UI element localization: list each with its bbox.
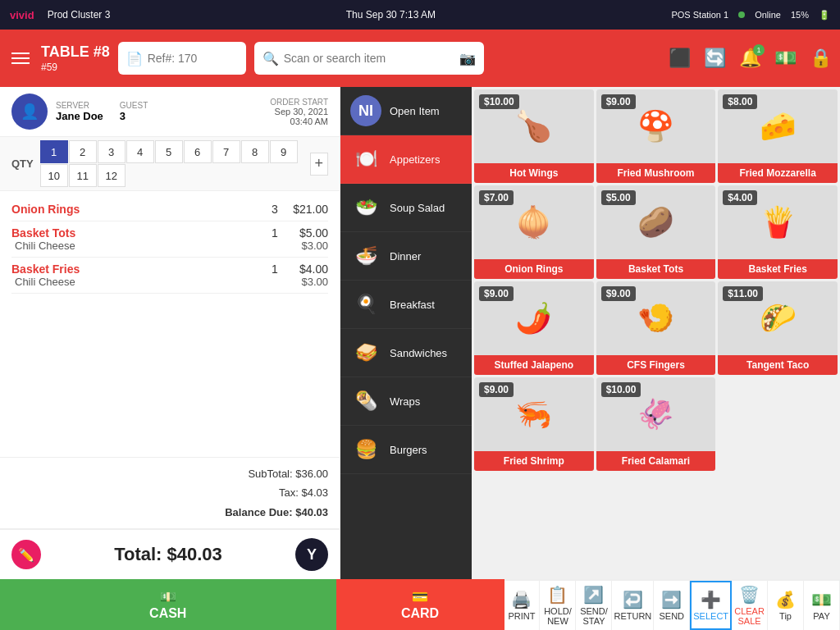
select-icon: ➕ (701, 590, 721, 609)
search-icon: 🔍 (262, 51, 279, 66)
qty-6[interactable]: 6 (184, 140, 212, 163)
cat-icon-wraps: 🌯 (350, 386, 381, 417)
pay-label: PAY (813, 611, 829, 621)
item-label: Basket Fries (718, 259, 838, 279)
menu-item-fried-mushroom[interactable]: 🍄 $9.00 Fried Mushroom (596, 89, 716, 183)
item-label: CFS Fingers (596, 355, 716, 375)
category-appetizers[interactable]: 🍽️ Appetizers (340, 135, 472, 184)
item-label: Fried Mushroom (596, 163, 716, 183)
select-label: SELECT (693, 611, 728, 621)
menu-item-fried-shrimp[interactable]: 🦐 $9.00 Fried Shrimp (474, 377, 594, 471)
category-open_item[interactable]: NI Open Item (340, 87, 472, 135)
menu-item-basket-fries[interactable]: 🍟 $4.00 Basket Fries (718, 185, 838, 279)
order-date: ORDER START Sep 30, 2021 03:40 AM (270, 98, 328, 126)
order-row[interactable]: Onion Rings 3 $21.00 (11, 198, 328, 221)
item-price-badge: $4.00 (723, 190, 757, 205)
camera-icon[interactable]: 📷 (459, 51, 476, 66)
menu-item-stuffed-jalapeno[interactable]: 🌶️ $9.00 Stuffed Jalapeno (474, 281, 594, 375)
qty-1[interactable]: 1 (40, 140, 68, 163)
clear_sale-button[interactable]: 🗑️ CLEAR SALE (732, 581, 768, 630)
category-soup_salad[interactable]: 🥗 Soup Salad (340, 184, 472, 232)
battery-icon: 🔋 (819, 10, 830, 21)
cat-label: Soup Salad (390, 202, 445, 214)
send-icon: ➡️ (661, 590, 682, 609)
menu-item-basket-tots[interactable]: 🥔 $5.00 Basket Tots (596, 185, 716, 279)
qty-3[interactable]: 3 (98, 140, 126, 163)
menu-item-fried-calamari[interactable]: 🦑 $10.00 Fried Calamari (596, 377, 716, 471)
layers-icon[interactable]: ⬛ (669, 48, 691, 69)
pay-button[interactable]: 💵 PAY (804, 581, 840, 630)
datetime: Thu Sep 30 7:13 AM (346, 9, 436, 21)
cash-icon[interactable]: 💵 (774, 48, 797, 69)
search-input[interactable] (284, 52, 454, 65)
item-label: Onion Rings (474, 259, 594, 279)
modifier-price: $3.00 (287, 240, 328, 252)
menu-item-hot-wings[interactable]: 🍗 $10.00 Hot Wings (474, 89, 594, 183)
category-panel: NI Open Item 🍽️ Appetizers 🥗 Soup Salad … (340, 87, 472, 579)
ref-icon: 📄 (126, 51, 143, 66)
refresh-icon[interactable]: 🔄 (704, 48, 726, 69)
cat-icon-burgers: 🍔 (350, 434, 381, 465)
category-sandwiches[interactable]: 🥪 Sandwiches (340, 329, 472, 377)
pos-station: POS Station 1 (671, 10, 728, 20)
cat-label: Wraps (390, 395, 420, 408)
order-row[interactable]: Basket Fries 1 $4.00 Chili Cheese $3.00 (11, 258, 328, 294)
battery-level: 15% (791, 10, 809, 20)
ref-input[interactable] (148, 52, 238, 65)
edit-button[interactable]: ✏️ (11, 540, 41, 569)
clear_sale-label: CLEAR SALE (733, 606, 765, 626)
qty-9[interactable]: 9 (270, 140, 298, 163)
qty-12[interactable]: 12 (98, 164, 126, 187)
order-row[interactable]: Basket Tots 1 $5.00 Chili Cheese $3.00 (11, 221, 328, 258)
item-price: $21.00 (287, 203, 328, 216)
item-label: Basket Tots (596, 259, 716, 279)
cat-label: Open Item (390, 105, 440, 117)
category-dinner[interactable]: 🍜 Dinner (340, 232, 472, 281)
search-bar[interactable]: 🔍 📷 (254, 42, 484, 75)
y-button[interactable]: Y (295, 538, 328, 571)
item-price-badge: $10.00 (479, 94, 519, 109)
menu-item-cfs-fingers[interactable]: 🍤 $9.00 CFS Fingers (596, 281, 716, 375)
qty-10[interactable]: 10 (40, 164, 68, 187)
qty-plus-button[interactable]: + (310, 153, 328, 176)
server-label: SERVER (56, 101, 103, 110)
hold_new-button[interactable]: 📋 HOLD/ NEW (540, 581, 576, 630)
item-label: Stuffed Jalapeno (474, 355, 594, 375)
category-burgers[interactable]: 🍔 Burgers (340, 426, 472, 474)
lock-icon[interactable]: 🔒 (810, 48, 832, 69)
send_stay-icon: ↗️ (583, 585, 604, 605)
qty-8[interactable]: 8 (241, 140, 269, 163)
qty-5[interactable]: 5 (155, 140, 183, 163)
top-bar: vivid Prod Cluster 3 Thu Sep 30 7:13 AM … (0, 0, 840, 30)
bell-icon[interactable]: 🔔1 (739, 48, 761, 69)
qty-2[interactable]: 2 (69, 140, 97, 163)
item-qty: 1 (262, 226, 287, 240)
card-button[interactable]: 💳 CARD (336, 579, 504, 630)
brand-logo: vivid (10, 9, 34, 21)
menu-item-onion-rings[interactable]: 🧅 $7.00 Onion Rings (474, 185, 594, 279)
card-icon: 💳 (412, 589, 428, 605)
menu-button[interactable] (8, 49, 33, 67)
send-label: SEND (660, 611, 685, 621)
return-button[interactable]: ↩️ RETURN (612, 581, 654, 630)
menu-item-fried-mozzarella[interactable]: 🧀 $8.00 Fried Mozzarella (718, 89, 838, 183)
bottom-bar: 💵 CASH 💳 CARD 🖨️ PRINT 📋 HOLD/ NEW ↗️ SE… (0, 579, 840, 630)
cat-icon-sandwiches: 🥪 (350, 337, 381, 368)
cat-label: Appetizers (390, 153, 440, 166)
total-amount: Total: $40.03 (114, 544, 222, 565)
category-breakfast[interactable]: 🍳 Breakfast (340, 281, 472, 329)
category-wraps[interactable]: 🌯 Wraps (340, 377, 472, 426)
send-button[interactable]: ➡️ SEND (654, 581, 690, 630)
tip-button[interactable]: 💰 Tip (768, 581, 804, 630)
send_stay-button[interactable]: ↗️ SEND/ STAY (576, 581, 612, 630)
return-icon: ↩️ (623, 590, 643, 609)
print-button[interactable]: 🖨️ PRINT (504, 581, 541, 630)
qty-4[interactable]: 4 (126, 140, 154, 163)
menu-item-tangent-taco[interactable]: 🌮 $11.00 Tangent Taco (718, 281, 838, 375)
cash-button[interactable]: 💵 CASH (0, 579, 336, 630)
ref-input-container[interactable]: 📄 (118, 42, 246, 75)
select-button[interactable]: ➕ SELECT (690, 581, 732, 630)
qty-7[interactable]: 7 (212, 140, 240, 163)
qty-11[interactable]: 11 (69, 164, 97, 187)
left-panel: 👤 SERVER Jane Doe GUEST 3 ORDER START Se… (0, 87, 340, 579)
